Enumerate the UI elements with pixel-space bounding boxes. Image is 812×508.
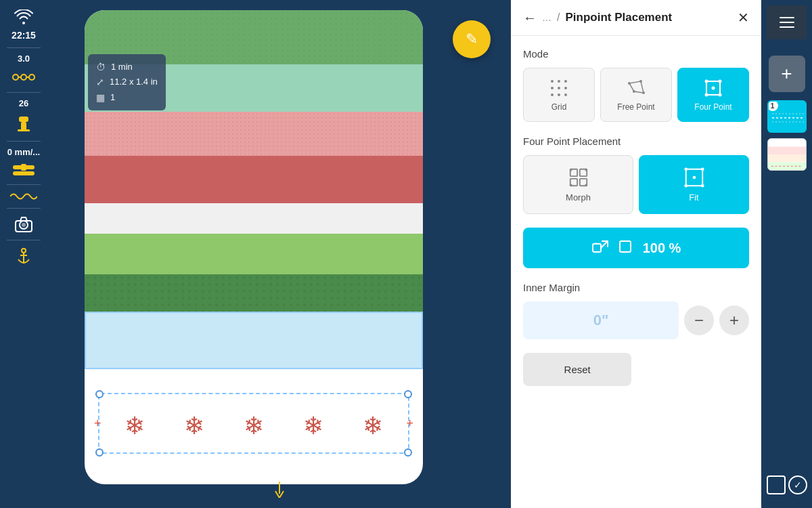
menu-line-2 (780, 22, 794, 23)
mode-four-point-button[interactable]: Four Point (677, 68, 749, 122)
selection-overlay[interactable]: + + (98, 393, 409, 454)
dimensions-info: 11.2 x 1.4 in (110, 75, 158, 89)
menu-line-3 (780, 26, 794, 28)
menu-line-1 (780, 17, 794, 18)
svg-point-41 (684, 167, 687, 171)
far-right-sidebar: + 1 ✓ (761, 0, 812, 508)
svg-point-42 (700, 167, 704, 171)
crosshair-left: + (94, 417, 102, 431)
value-1: 3.0 (18, 54, 30, 64)
svg-point-45 (692, 176, 696, 179)
panel-header: ← … / Pinpoint Placement ✕ (511, 0, 761, 36)
margin-minus-button[interactable]: − (684, 305, 714, 335)
svg-rect-53 (768, 139, 806, 147)
fabric-thumbnail-1[interactable]: 1 (767, 100, 807, 133)
placement-morph-label: Morph (566, 192, 591, 203)
anchor-icon[interactable] (0, 243, 47, 270)
divider-1 (7, 47, 41, 48)
svg-point-20 (558, 93, 560, 96)
tension-icon[interactable] (0, 158, 47, 182)
divider-2 (7, 92, 41, 93)
svg-rect-3 (19, 117, 28, 122)
reset-button[interactable]: Reset (523, 353, 631, 386)
svg-point-30 (719, 93, 722, 97)
svg-point-29 (705, 93, 708, 97)
bottom-check-row: ✓ (767, 475, 807, 494)
margin-input[interactable]: 0" (523, 301, 679, 339)
svg-point-14 (558, 80, 560, 83)
presser-foot-icon[interactable] (0, 110, 47, 138)
thumb-badge-1: 1 (767, 100, 778, 111)
edit-pencil-button[interactable]: ✎ (453, 20, 491, 58)
camera-icon[interactable] (0, 211, 47, 237)
stitch-icon-item[interactable] (0, 65, 47, 89)
svg-point-16 (551, 87, 554, 89)
divider-5 (7, 208, 41, 209)
fabric-stripe-pink (85, 112, 423, 156)
svg-rect-7 (13, 171, 35, 175)
fabric-stripe-white (85, 203, 423, 234)
svg-point-11 (22, 223, 26, 227)
add-button[interactable]: + (769, 56, 805, 92)
mode-free-point-button[interactable]: Free Point (600, 68, 672, 122)
scale-button[interactable]: 100 % (523, 228, 749, 268)
layer-info: 1 (110, 91, 115, 105)
check-circle-button[interactable]: ✓ (788, 475, 807, 494)
svg-point-0 (13, 75, 18, 80)
left-sidebar: 22:15 3.0 26 0 mm/... (0, 0, 47, 508)
info-tooltip: ⏱ 1 min ⤢ 11.2 x 1.4 in ▦ 1 (88, 54, 166, 110)
panel-title: Pinpoint Placement (565, 11, 672, 24)
inner-margin-row: 0" − + (523, 301, 749, 339)
svg-point-15 (564, 80, 567, 83)
svg-point-43 (684, 184, 687, 188)
right-panel: ← … / Pinpoint Placement ✕ Mode (511, 0, 761, 508)
breadcrumb-separator: / (557, 12, 560, 24)
back-button[interactable]: ← (523, 10, 537, 26)
mode-buttons-group: Grid Free Point (523, 68, 749, 122)
svg-point-31 (712, 87, 715, 90)
handle-bottom-right[interactable] (404, 448, 412, 457)
svg-rect-8 (21, 164, 26, 171)
divider-4 (7, 184, 41, 185)
svg-point-19 (551, 93, 554, 96)
handle-bottom-left[interactable] (95, 448, 104, 457)
svg-rect-48 (620, 241, 631, 252)
mode-section-label: Mode (523, 48, 749, 60)
svg-rect-5 (18, 129, 30, 131)
time-display: 22:15 (12, 30, 36, 41)
fabric-stripe-green-dotted (85, 274, 423, 312)
svg-point-12 (22, 249, 26, 253)
svg-point-21 (564, 93, 567, 96)
panel-header-left: ← … / Pinpoint Placement (523, 10, 672, 26)
placement-buttons-group: Morph Fit (523, 155, 749, 214)
fabric-thumbnail-2[interactable] (767, 138, 807, 171)
placement-morph-button[interactable]: Morph (523, 155, 633, 214)
menu-button[interactable] (767, 5, 807, 39)
svg-rect-47 (595, 242, 597, 244)
handle-top-left[interactable] (95, 390, 104, 398)
close-button[interactable]: ✕ (738, 9, 749, 26)
value-2: 26 (19, 98, 28, 108)
svg-rect-55 (768, 154, 806, 163)
value-3: 0 mm/... (7, 147, 40, 157)
stitch-pattern-icon[interactable] (0, 188, 47, 205)
svg-point-13 (551, 80, 554, 83)
breadcrumb: … (542, 12, 551, 23)
svg-point-28 (719, 80, 722, 83)
check-square[interactable] (767, 475, 786, 494)
handle-top-right[interactable] (404, 390, 412, 398)
placement-section-label: Four Point Placement (523, 135, 749, 147)
svg-point-39 (585, 184, 587, 186)
svg-point-44 (700, 184, 704, 188)
crosshair-right: + (406, 417, 413, 431)
margin-plus-button[interactable]: + (719, 305, 749, 335)
svg-point-38 (569, 184, 572, 186)
eye-icon[interactable]: 👁 (115, 470, 130, 488)
margin-value: 0" (593, 312, 609, 329)
svg-rect-54 (768, 146, 806, 154)
anchor-indicator (273, 482, 286, 501)
placement-fit-button[interactable]: Fit (639, 155, 749, 214)
svg-point-18 (564, 87, 567, 89)
inner-margin-label: Inner Margin (523, 282, 749, 293)
mode-grid-button[interactable]: Grid (523, 68, 595, 122)
